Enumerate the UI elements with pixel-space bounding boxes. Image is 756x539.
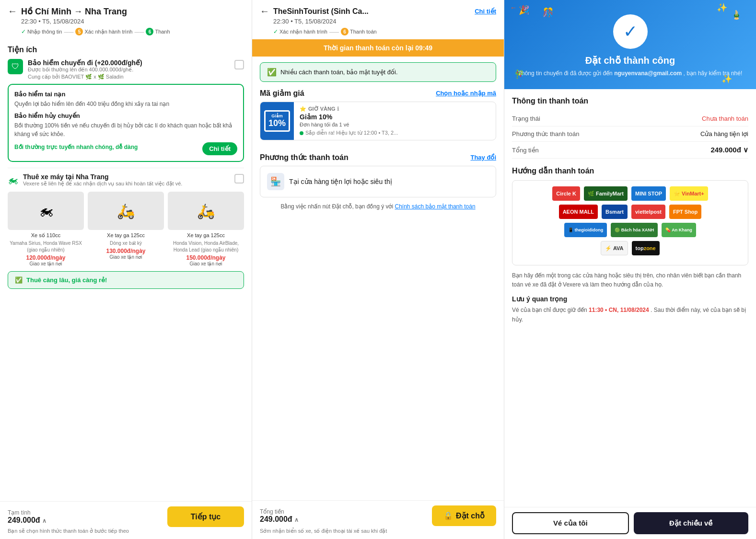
rental-sub: Vexere sẽ liên hệ để xác nhận dịch vụ sa… [23, 181, 230, 187]
logo-vinmart: ⭐ VinMart+ [670, 186, 708, 201]
insurance-checkbox[interactable] [234, 60, 244, 69]
discount-section-header: Mã giảm giá Chọn hoặc nhập mã [252, 82, 504, 102]
book-label: Đặt chỗ [456, 511, 485, 520]
guide-title: Hướng dẫn thanh toán [512, 166, 748, 175]
logo-bachhoaxanh: 🟢 Bách hóa XANH [611, 223, 658, 237]
footer-label-p1: Tạm tính [8, 509, 47, 516]
insurance-section: 🛡 Bảo hiểm chuyến đi (+20.000đ/ghế) Được… [8, 59, 244, 80]
bike-price-3: 150.000đ/ngày [168, 254, 244, 261]
bike-price-1: 120.000đ/ngày [8, 254, 84, 261]
back-button-p1[interactable]: ← [8, 6, 17, 17]
discount-title: Mã giảm giá [260, 89, 304, 98]
discount-cond: Đơn hàng tối đa 1 vé [300, 122, 490, 128]
logo-topzone: topzone [632, 241, 660, 255]
bike-desc-2: Dòng xe bất kỳ [88, 240, 164, 247]
insurance-title: Bảo hiểm chuyến đi (+20.000đ/ghế) [28, 59, 230, 67]
route-title-p1: Hồ Chí Minh → Nha Trang [21, 6, 127, 17]
status-value: Chưa thanh toán [702, 115, 748, 122]
discount-alert: Sắp diễn ra! Hiệu lực từ 12:00 • T3, 2..… [300, 130, 490, 136]
payment-method-header: Phương thức thanh toán Thay đổi [252, 146, 504, 166]
continue-button[interactable]: Tiếp tục [167, 506, 244, 527]
success-email: nguyenvana@gmail.com [614, 70, 682, 77]
alert-dot [300, 131, 303, 135]
step-confirm-label: Xác nhận hành trình [84, 29, 132, 35]
success-header: 🎉 🎊 ✨ 🎍 🎋 ✨ ← ✓ Đặt chỗ thành công Thông… [504, 0, 756, 89]
book-button[interactable]: 🔒 Đặt chỗ [432, 505, 496, 526]
discount-badge-label: Giảm [268, 114, 286, 118]
success-subtitle: Thông tin chuyến đi đã được gửi đến nguy… [514, 69, 746, 78]
payment-section-title: Phương thức thanh toán [260, 153, 349, 162]
step-pay-label: Thanh [155, 29, 170, 34]
note-text: Vé của bạn chỉ được giữ đến 11:30 • CN, … [512, 306, 748, 324]
rental-title: Thuê xe máy tại Nha Trang [23, 173, 230, 181]
rental-icon: 🏍 [8, 174, 18, 186]
bike-card-3: 🛵 Xe tay ga 125cc Honda Vision, Honda Ai… [168, 192, 244, 266]
bike-card-1: 🏍 Xe số 110cc Yamaha Sirius, Honda Wave … [8, 192, 84, 266]
panel1-footer: Tạm tính 249.000đ ∧ Tiếp tục Bạn sẽ chọn… [0, 501, 252, 539]
bike-name-1: Xe số 110cc [8, 232, 84, 239]
utilities-title: Tiện ích [8, 45, 244, 54]
route-datetime-p1: 22:30 • T5, 15/08/2024 [21, 18, 244, 25]
shield-icon-book: 🔒 [443, 511, 453, 520]
step-payment-label-p2: Thanh toán [350, 29, 377, 34]
store-row-1: Circle K 🌿 FamilyMart MINI STOP ⭐ VinMar… [518, 186, 742, 201]
payment-change-link[interactable]: Thay đổi [470, 154, 496, 161]
total-value: 249.000đ ∨ [710, 146, 748, 154]
chevron-icon-p2: ∧ [294, 516, 299, 523]
panel3-body: Thông tin thanh toán Trạng thái Chưa tha… [504, 89, 756, 507]
insurance-brands: Cung cấp bởi BAOVIET 🌿 x 🌿 Saladin [28, 74, 230, 80]
payment-info-title: Thông tin thanh toán [512, 97, 748, 105]
store-row-3: 📱 thegioididong 🟢 Bách hóa XANH 💊 An Kha… [518, 223, 742, 237]
security-icon: ✅ [267, 68, 277, 77]
footer-note-p2: Sớm nhận biển số xe, số điện thoại tài x… [260, 528, 496, 534]
guide-section: Hướng dẫn thanh toán Circle K 🌿 FamilyMa… [512, 166, 748, 324]
logo-ministop: MINI STOP [631, 186, 666, 201]
insurance-cancel-text: Bồi thường 100% tiền vé nếu chuyến đi bị… [14, 121, 237, 138]
discount-card[interactable]: Giảm 10% ⭐ GIỜ VÀNG ℹ Giảm 10% Đơn hàng … [260, 102, 496, 140]
panel-utilities: ← Hồ Chí Minh → Nha Trang 22:30 • T5, 15… [0, 0, 252, 539]
payment-method-text: Tại cửa hàng tiện lợi hoặc siêu thị [289, 178, 392, 185]
bike-delivery-3: Giao xe tận nơi [168, 261, 244, 266]
rental-checkbox[interactable] [234, 174, 244, 183]
step-payment-p2: 6 Thanh toán [341, 28, 377, 35]
bike-price-2: 130.000đ/ngày [88, 248, 164, 254]
step-input-label: Nhập thông tin [27, 29, 62, 35]
rental-section: 🏍 Thuê xe máy tại Nha Trang Vexere sẽ li… [8, 173, 244, 187]
note-title: Lưu ý quan trọng [512, 295, 748, 303]
logo-ankang: 💊 An Khang [662, 223, 696, 237]
discount-tier: ⭐ GIỜ VÀNG ℹ [300, 106, 490, 112]
privacy-link[interactable]: Chính sách bảo mật thanh toán [395, 203, 476, 210]
back-button-p2[interactable]: ← [260, 6, 269, 17]
security-text: Nhiều cách thanh toán, bảo mật tuyệt đối… [280, 69, 398, 76]
chi-tiet-link[interactable]: Chi tiết [475, 8, 496, 15]
bike-card-2: 🛵 Xe tay ga 125cc Dòng xe bất kỳ 130.000… [88, 192, 164, 266]
store-icon: 🏪 [267, 173, 284, 190]
store-logos: Circle K 🌿 FamilyMart MINI STOP ⭐ VinMar… [512, 180, 748, 265]
my-ticket-button[interactable]: Vé của tôi [512, 512, 629, 534]
step-confirm-num: 5 [75, 28, 83, 35]
steps-row-p1: ✓ Nhập thông tin —— 5 Xác nhận hành trìn… [21, 28, 244, 35]
store-row-4: ⚡ AVA topzone [518, 241, 742, 255]
total-label: Tổng tiền [512, 147, 539, 154]
discount-link[interactable]: Chọn hoặc nhập mã [436, 90, 496, 97]
step-confirm-p2: ✓ Xác nhận hành trình [273, 28, 327, 35]
info-row-status: Trạng thái Chưa thanh toán [512, 111, 748, 126]
logo-aeon: AEON MALL [559, 205, 598, 219]
panel-payment: ← TheSinhTourist (Sinh Ca... Chi tiết 22… [252, 0, 504, 539]
route-datetime-p2: 22:30 • T5, 15/08/2024 [273, 18, 496, 25]
logo-thegioidong: 📱 thegioididong [564, 223, 607, 237]
payment-method-card: 🏪 Tại cửa hàng tiện lợi hoặc siêu thị [260, 166, 496, 197]
footer-price-p2: 249.000đ ∧ [260, 515, 299, 524]
logo-bsmart: Bsmart [602, 205, 628, 219]
panel2-body: ✅ Nhiều cách thanh toán, bảo mật tuyệt đ… [252, 57, 504, 210]
panel2-header: ← TheSinhTourist (Sinh Ca... Chi tiết 22… [252, 0, 504, 39]
timer-bar: Thời gian thanh toán còn lại 09:49 [252, 39, 504, 57]
discount-badge-pct: 10% [268, 118, 286, 128]
discount-main-title: Giảm 10% [300, 113, 490, 121]
discount-right: ⭐ GIỜ VÀNG ℹ Giảm 10% Đơn hàng tối đa 1 … [294, 102, 496, 140]
discount-left: Giảm 10% [260, 102, 294, 140]
return-ticket-button[interactable]: Đặt chiều về [634, 512, 749, 534]
bike-delivery-1: Giao xe tận nơi [8, 261, 84, 266]
insurance-detail-link[interactable]: Chi tiết [202, 142, 237, 155]
success-title: Đặt chỗ thành công [514, 55, 746, 66]
